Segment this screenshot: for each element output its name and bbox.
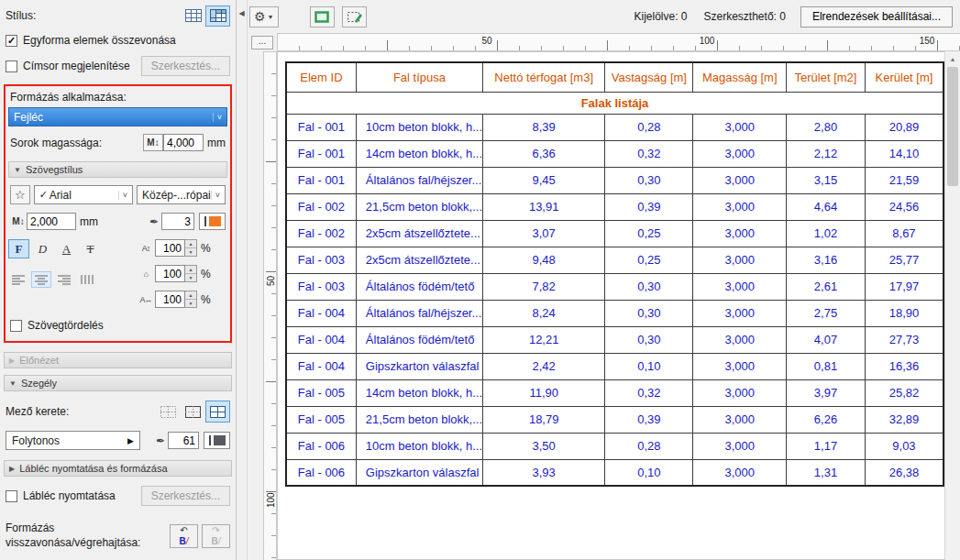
table-cell[interactable]: Fal - 001 — [286, 114, 356, 140]
table-cell[interactable]: 3,000 — [693, 247, 787, 273]
table-cell[interactable]: 0,30 — [605, 326, 693, 353]
underline-button[interactable]: A — [56, 239, 77, 258]
table-style-plain-button[interactable] — [181, 5, 205, 27]
table-cell[interactable]: 10cm beton blokk, h... — [356, 433, 482, 459]
spin-up-icon[interactable]: ▲ — [185, 291, 196, 300]
table-cell[interactable]: 27,73 — [865, 326, 943, 353]
table-cell[interactable]: 21,59 — [865, 167, 943, 193]
column-header[interactable]: Vastagság [m] — [605, 62, 693, 92]
table-cell[interactable]: 26,38 — [865, 459, 943, 486]
table-cell[interactable]: 3,000 — [693, 326, 787, 353]
text-style-section-header[interactable]: ▼ Szövegstílus — [8, 161, 227, 178]
table-cell[interactable]: Fal - 001 — [286, 167, 356, 193]
collapse-panel-button[interactable]: ◀ — [238, 9, 244, 17]
table-cell[interactable]: 10cm beton blokk, h... — [356, 114, 482, 140]
table-style-header-button[interactable] — [205, 5, 230, 27]
width-factor-stepper[interactable]: ▲▼ — [185, 265, 197, 282]
table-cell[interactable]: 0,39 — [605, 406, 693, 433]
table-cell[interactable]: 3,93 — [483, 459, 605, 486]
table-cell[interactable]: 1,31 — [787, 459, 866, 486]
table-cell[interactable]: 3,000 — [693, 220, 787, 247]
table-cell[interactable]: 2,80 — [787, 114, 866, 140]
table-cell[interactable]: 6,36 — [483, 140, 605, 167]
table-cell[interactable]: 3,000 — [693, 167, 787, 193]
table-cell[interactable]: 14,10 — [865, 140, 943, 167]
table-cell[interactable]: 4,07 — [787, 326, 866, 353]
table-cell[interactable]: 0,30 — [605, 167, 693, 193]
table-cell[interactable]: Fal - 004 — [286, 353, 356, 379]
redo-format-button[interactable]: ↷ B/ — [202, 524, 230, 548]
table-cell[interactable]: 2x5cm átszellőztete... — [356, 220, 482, 247]
table-cell[interactable]: 0,32 — [605, 140, 693, 167]
panel-splitter[interactable]: ◀ — [237, 0, 248, 560]
preview-section-header[interactable]: ▶ Előnézet — [4, 352, 232, 368]
table-cell[interactable]: 3,000 — [693, 114, 787, 140]
table-cell[interactable]: 0,39 — [605, 193, 693, 220]
table-cell[interactable]: 24,56 — [865, 193, 943, 220]
table-cell[interactable]: 1,17 — [787, 433, 866, 459]
table-cell[interactable]: Általános födém/tető — [356, 326, 482, 353]
table-cell[interactable]: 14cm beton blokk, h... — [356, 379, 482, 406]
table-cell[interactable]: Fal - 006 — [286, 433, 356, 459]
table-cell[interactable]: 3,000 — [693, 193, 787, 220]
frame-outer-button[interactable] — [181, 401, 205, 423]
table-cell[interactable]: 13,91 — [483, 193, 605, 220]
undo-format-button[interactable]: ↶ B/ — [170, 524, 198, 548]
vertical-scrollbar[interactable]: ▲ — [944, 51, 960, 560]
align-justify-button[interactable] — [77, 271, 97, 288]
bold-button[interactable]: F — [8, 239, 29, 258]
table-cell[interactable]: 3,000 — [693, 140, 787, 167]
table-cell[interactable]: 0,81 — [787, 353, 866, 379]
table-cell[interactable]: 0,30 — [605, 300, 693, 326]
table-cell[interactable]: 3,000 — [693, 459, 787, 486]
align-right-button[interactable] — [54, 271, 74, 288]
strikethrough-button[interactable]: T — [80, 239, 101, 258]
table-cell[interactable]: Általános födém/tető — [356, 273, 482, 300]
text-pen-color-button[interactable] — [199, 213, 226, 230]
table-cell[interactable]: 0,25 — [605, 247, 693, 273]
table-cell[interactable]: 20,89 — [865, 114, 943, 140]
column-header[interactable]: Nettó térfogat [m3] — [483, 62, 605, 92]
table-cell[interactable]: 0,10 — [605, 353, 693, 379]
scroll-up-button[interactable]: ▲ — [945, 51, 960, 67]
table-cell[interactable]: Fal - 002 — [286, 220, 356, 247]
settings-gear-button[interactable]: ⚙ ▼ — [249, 6, 279, 27]
frame-all-button[interactable] — [205, 401, 230, 423]
table-cell[interactable]: Fal - 003 — [286, 247, 356, 273]
table-cell[interactable]: 3,16 — [787, 247, 866, 273]
spin-down-icon[interactable]: ▼ — [185, 274, 196, 281]
char-spacing-input[interactable] — [155, 291, 185, 308]
table-cell[interactable]: 8,67 — [865, 220, 943, 247]
table-cell[interactable]: 2,61 — [787, 273, 866, 300]
align-left-button[interactable] — [8, 271, 28, 288]
frame-none-button[interactable] — [156, 401, 181, 423]
table-cell[interactable]: 25,82 — [865, 379, 943, 406]
table-cell[interactable]: Általános fal/héjszer... — [356, 167, 482, 193]
table-cell[interactable]: 2,75 — [787, 300, 866, 326]
title-visibility-checkbox[interactable] — [6, 60, 17, 72]
table-title-cell[interactable]: Falak listája — [286, 92, 943, 114]
table-cell[interactable]: 3,000 — [693, 300, 787, 326]
wrap-checkbox[interactable] — [10, 320, 22, 332]
edit-area-button[interactable] — [342, 6, 367, 27]
table-cell[interactable]: 9,03 — [865, 433, 943, 459]
table-cell[interactable]: 3,000 — [693, 406, 787, 433]
table-cell[interactable]: Fal - 001 — [286, 140, 356, 167]
select-area-button[interactable] — [310, 6, 335, 27]
column-header[interactable]: Terület [m2] — [787, 62, 866, 92]
table-cell[interactable]: 6,26 — [787, 406, 866, 433]
column-header[interactable]: Fal típusa — [356, 62, 482, 92]
border-pen-input[interactable] — [168, 432, 199, 449]
table-cell[interactable]: 14cm beton blokk, h... — [356, 140, 482, 167]
footer-print-checkbox[interactable] — [6, 490, 17, 502]
table-cell[interactable]: 12,21 — [483, 326, 605, 353]
spin-up-icon[interactable]: ▲ — [185, 266, 196, 274]
horizontal-ruler[interactable]: 50100150 — [277, 33, 960, 51]
table-cell[interactable]: Fal - 005 — [286, 379, 356, 406]
char-spacing-stepper[interactable]: ▲▼ — [185, 291, 197, 308]
table-cell[interactable]: 17,97 — [865, 273, 943, 300]
title-edit-button[interactable]: Szerkesztés... — [141, 56, 230, 76]
table-cell[interactable]: Általános fal/héjszer... — [356, 300, 482, 326]
table-cell[interactable]: 8,24 — [483, 300, 605, 326]
table-cell[interactable]: 18,90 — [865, 300, 943, 326]
